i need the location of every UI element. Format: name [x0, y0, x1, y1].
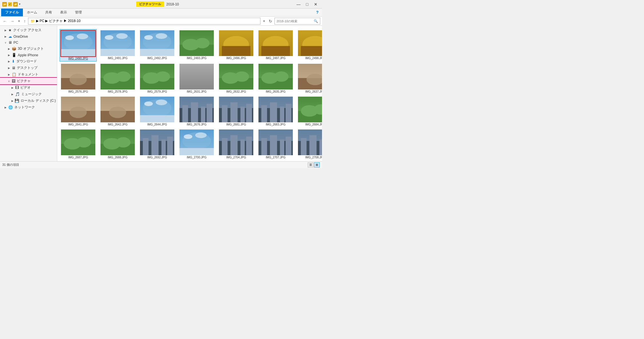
thumbnail-item[interactable]: IMG_2635.JPG [257, 63, 294, 94]
thumbnail-item[interactable]: IMG_2687.JPG [60, 128, 97, 160]
app-icon-3: 📁 [13, 2, 18, 7]
address-path-bar[interactable]: 📁 ▶ PC ▶ ピクチャ ▶ 2018-10 [28, 18, 260, 25]
svg-point-13 [156, 33, 167, 39]
up-button[interactable]: ↑ [23, 18, 27, 24]
refresh-button[interactable]: ↻ [268, 18, 273, 24]
svg-point-75 [109, 107, 126, 118]
details-view-button[interactable]: ☰ [308, 162, 313, 167]
thumbnail-item[interactable]: IMG_2704.JPG [218, 128, 255, 160]
thumbnail-item[interactable]: IMG_2578.JPG [99, 63, 136, 94]
sidebar-item-music[interactable]: ▶ 🎵 ミュージック [0, 91, 57, 97]
thumbnail-item[interactable]: IMG_2493.JPG [178, 29, 215, 61]
expand-icon: ▶ [8, 67, 11, 69]
tab-manage[interactable]: 管理 [71, 9, 86, 16]
tab-view[interactable]: 表示 [56, 9, 71, 16]
thumbnail-item[interactable]: IMG_2688.JPG [99, 128, 136, 160]
sidebar-item-quick-access[interactable]: ▶ ★ クイック アクセス [0, 27, 57, 33]
thumbnail-item[interactable]: IMG_2632.JPG [218, 63, 255, 94]
recent-locations-button[interactable]: ▼ [17, 19, 21, 23]
expand-icon: ▶ [5, 106, 7, 109]
thumbnail-item[interactable]: IMG_2676.JPG [178, 95, 215, 127]
thumbnail-item[interactable]: IMG_2491.JPG [99, 29, 136, 61]
thumbnail-item[interactable]: IMG_2707.JPG [257, 128, 294, 160]
thumbnail-label: IMG_2493.JPG [187, 57, 207, 60]
path-dropdown-button[interactable]: ▼ [262, 19, 266, 23]
sidebar-item-pc[interactable]: ∨ 🖥 PC [0, 39, 57, 45]
sidebar-item-desktop[interactable]: ▶ 🖥 デスクトップ [0, 65, 57, 71]
thumbnail-label: IMG_2700.JPG [187, 156, 207, 159]
svg-rect-116 [143, 138, 149, 155]
back-button[interactable]: ← [2, 18, 8, 24]
tab-file[interactable]: ファイル [1, 9, 23, 16]
sidebar-item-local-disk[interactable]: ▶ 💾 ローカル ディスク (C:) [0, 97, 57, 104]
thumbnail-label: IMG_2635.JPG [266, 90, 286, 93]
large-icons-view-button[interactable]: ⊞ [314, 162, 320, 167]
svg-point-3 [77, 33, 88, 39]
thumbnail-item[interactable]: IMG_2498.JPG [297, 29, 322, 61]
thumbnail-item[interactable]: IMG_2492.JPG [139, 29, 176, 61]
thumbnail-item[interactable]: IMG_2684.JPG [297, 95, 322, 127]
downloads-icon: ⬇ [12, 59, 15, 63]
sidebar-item-videos[interactable]: ▶ 🎞 ビデオ [0, 84, 57, 91]
thumbnail-item[interactable]: IMG_2496.JPG [218, 29, 255, 61]
thumbnail-item[interactable]: IMG_2637.JPG [297, 63, 322, 94]
3d-objects-icon: 📦 [12, 47, 16, 51]
svg-rect-21 [222, 46, 250, 56]
svg-rect-134 [270, 135, 277, 155]
expand-icon: ∨ [8, 80, 11, 83]
main-layout: ▶ ★ クイック アクセス ▶ ☁ OneDrive ∨ 🖥 PC ▶ 📦 3D… [0, 26, 322, 161]
svg-rect-85 [201, 107, 205, 122]
svg-rect-55 [179, 64, 214, 89]
thumbnail-label: IMG_2578.JPG [108, 90, 128, 93]
thumbnail-label: IMG_2641.JPG [68, 123, 88, 126]
thumbnail-item[interactable]: IMG_2579.JPG [139, 63, 176, 94]
thumbnail-item[interactable]: IMG_2681.JPG [218, 95, 255, 127]
thumbnail-item[interactable]: IMG_2708.JPG [297, 128, 322, 160]
svg-rect-83 [182, 105, 188, 122]
svg-point-50 [116, 71, 131, 82]
thumbnail-label: IMG_2490.JPG [68, 57, 88, 60]
thumbnail-item[interactable]: IMG_2641.JPG [60, 95, 97, 127]
thumbnail-item[interactable]: IMG_2700.JPG [178, 128, 215, 160]
thumbnail-item[interactable]: IMG_2576.JPG [60, 63, 97, 94]
thumbnail-item[interactable]: IMG_2683.JPG [257, 95, 294, 127]
thumbnail-label: IMG_2676.JPG [187, 123, 207, 126]
search-box[interactable]: 🔍 [274, 18, 320, 25]
thumbnail-label: IMG_2644.JPG [147, 123, 167, 126]
sidebar-item-network[interactable]: ▶ 🌐 ネットワーク [0, 104, 57, 111]
thumbnail-item[interactable]: IMG_2497.JPG [257, 29, 294, 61]
thumbnail-item[interactable]: IMG_2490.JPG [60, 29, 97, 61]
sidebar-item-pictures[interactable]: ∨ 🖼 ピクチャ [0, 78, 57, 84]
title-bar: 📂 ✓ 📁 ▾ ピクチャツール 2018-10 — □ ✕ [0, 0, 322, 9]
svg-point-18 [195, 38, 210, 48]
svg-rect-141 [319, 139, 322, 155]
sidebar-label: ネットワーク [14, 105, 35, 110]
sidebar-label: Apple iPhone [18, 53, 38, 57]
sidebar-item-3d-objects[interactable]: ▶ 📦 3D オブジェクト [0, 45, 57, 52]
minimize-button[interactable]: — [295, 1, 303, 7]
window-controls: — □ ✕ [295, 1, 320, 7]
thumbnail-item[interactable]: IMG_2642.JPG [99, 95, 136, 127]
search-input[interactable] [276, 19, 314, 23]
sidebar-item-apple-iphone[interactable]: ▶ 📱 Apple iPhone [0, 52, 57, 58]
close-button[interactable]: ✕ [312, 1, 320, 7]
svg-rect-135 [280, 139, 284, 155]
svg-rect-129 [240, 139, 245, 155]
thumbnail-item[interactable]: IMG_2631.JPG [178, 63, 215, 94]
sidebar-item-onedrive[interactable]: ▶ ☁ OneDrive [0, 33, 57, 39]
sidebar-item-documents[interactable]: ▶ 📋 ドキュメント [0, 71, 57, 78]
svg-rect-24 [261, 46, 290, 56]
svg-point-12 [144, 35, 153, 40]
thumbnail-item[interactable]: IMG_2644.JPG [139, 95, 176, 127]
videos-icon: 🎞 [15, 85, 19, 90]
maximize-button[interactable]: □ [303, 1, 311, 7]
sidebar-item-downloads[interactable]: ▶ ⬇ ダウンロード [0, 58, 57, 65]
forward-button[interactable]: → [9, 18, 15, 24]
svg-point-7 [105, 35, 113, 40]
thumbnail-item[interactable]: IMG_2692.JPG [139, 128, 176, 160]
tab-share[interactable]: 共有 [41, 9, 56, 16]
help-icon[interactable]: ? [314, 9, 321, 16]
sidebar-label: 3D オブジェクト [18, 46, 44, 51]
tab-home[interactable]: ホーム [23, 9, 41, 16]
thumbnail-label: IMG_2497.JPG [266, 57, 286, 60]
